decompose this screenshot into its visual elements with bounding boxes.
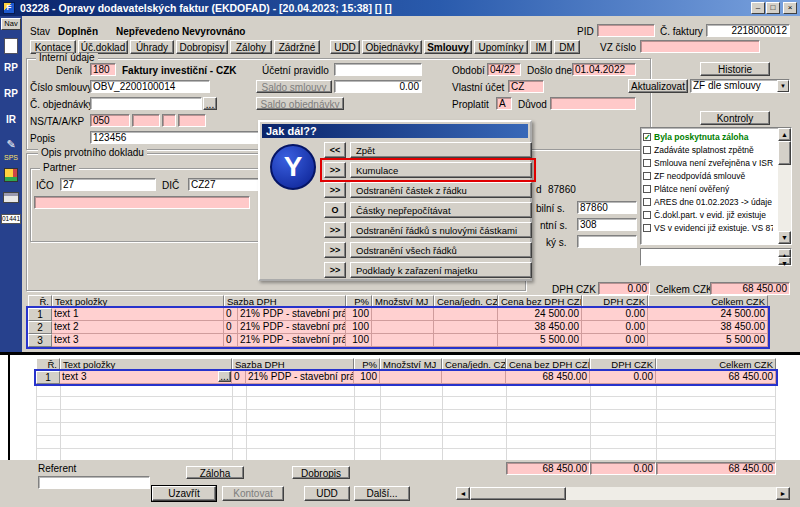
doc-icon[interactable] — [4, 38, 18, 54]
cell-rate-name[interactable]: 21% PDP - stavební práce kó — [238, 334, 346, 347]
cell-vat[interactable]: 0.00 — [582, 321, 648, 334]
cell-total[interactable]: 24 500.00 — [648, 308, 768, 321]
cell-qty[interactable] — [372, 334, 434, 347]
ns-field-2[interactable] — [132, 114, 160, 127]
scroll-thumb[interactable] — [470, 487, 566, 500]
specificky-s-field[interactable] — [577, 235, 637, 248]
dialog-odstraneni-nulovych-button[interactable]: Odstranění řádků s nulovými částkami — [350, 222, 532, 238]
objednavky-button[interactable]: Objednávky — [362, 40, 422, 54]
cell-rate[interactable]: 0 — [232, 371, 246, 384]
ico-field[interactable]: 27 — [60, 178, 156, 191]
c-objednavky-field[interactable] — [90, 97, 202, 110]
cell-qty[interactable] — [372, 308, 434, 321]
dialog-cmd-icon[interactable]: >> — [324, 162, 346, 178]
partner-name-field[interactable] — [34, 196, 250, 209]
cell-p[interactable]: 100 — [346, 321, 372, 334]
cell-rate-name[interactable]: 21% PDP - stavební práce kó — [238, 321, 346, 334]
cell-vat[interactable]: 0.00 — [582, 308, 648, 321]
scroll-up-icon[interactable]: ▲ — [778, 249, 791, 257]
sidebar-item-sps[interactable]: SPS — [0, 154, 22, 161]
dialog-podklady-majetku-button[interactable]: Podklady k zařazení majetku — [350, 262, 532, 278]
h-scrollbar[interactable]: ◄ ► — [456, 487, 790, 500]
cell-rate-name[interactable]: 21% PDP - stavební práce kó — [238, 308, 346, 321]
smlouvy-button[interactable]: Smlouvy — [424, 40, 472, 54]
udd-top-button[interactable]: UDD — [330, 40, 360, 54]
dialog-cmd-icon[interactable]: >> — [324, 182, 346, 198]
sidebar-item-ir[interactable]: IR — [0, 114, 22, 125]
dobropis-button[interactable]: Dobropis — [292, 466, 350, 479]
cell-net[interactable]: 38 450.00 — [498, 321, 582, 334]
udd-button[interactable]: UDD — [304, 486, 350, 501]
cell-p[interactable]: 100 — [346, 334, 372, 347]
dialog-odstraneni-castek-button[interactable]: Odstranění částek z řádku — [350, 182, 532, 198]
cell-rate[interactable]: 0 — [224, 334, 238, 347]
cell-total[interactable]: 5 500.00 — [648, 334, 768, 347]
im-button[interactable]: IM — [530, 40, 552, 54]
scroll-up-icon[interactable]: ▲ — [778, 128, 791, 141]
dobropisy-button[interactable]: Dobropisy — [176, 40, 228, 54]
kontovat-button[interactable]: Kontovat — [222, 486, 284, 501]
sps-icon[interactable]: ✎ — [0, 138, 22, 151]
ns-field-4[interactable] — [178, 114, 206, 127]
scroll-thumb[interactable] — [778, 141, 791, 165]
zaloha-button[interactable]: Záloha — [186, 466, 244, 479]
zadrzne-button[interactable]: Zádržné — [274, 40, 320, 54]
dm-button[interactable]: DM — [554, 40, 580, 54]
saldo-smlouvy-button[interactable]: Saldo smlouvy — [256, 80, 332, 93]
denik-field[interactable]: 180 — [90, 63, 116, 76]
close-button[interactable]: × — [783, 2, 797, 14]
sidebar-item-rp2[interactable]: RP — [0, 88, 22, 99]
row-number[interactable]: 2 — [28, 321, 52, 334]
cell-net[interactable]: 24 500.00 — [498, 308, 582, 321]
doslo-dne-field[interactable]: 01.04.2022 — [572, 63, 636, 76]
ns-field-3[interactable] — [162, 114, 176, 127]
dialog-cmd-icon[interactable]: << — [324, 142, 346, 158]
dialog-castky-neprepocitavat-button[interactable]: Částky nepřepočítávat — [350, 202, 532, 218]
cell-text[interactable]: text 1 — [52, 308, 224, 321]
browse-objednavka-button[interactable]: ... — [203, 97, 217, 110]
dialog-cmd-icon[interactable]: O — [324, 202, 346, 218]
ucetni-pravidlo-field[interactable] — [334, 63, 422, 76]
scroll-right-icon[interactable]: ► — [776, 487, 790, 500]
printer-icon[interactable] — [3, 192, 19, 203]
cell-p[interactable]: 100 — [346, 308, 372, 321]
ellipsis-button[interactable]: ... — [218, 371, 231, 382]
row-number[interactable]: 1 — [28, 308, 52, 321]
dialog-zpet-button[interactable]: Zpět — [350, 142, 532, 158]
cell-vat[interactable]: 0.00 — [582, 334, 648, 347]
cell-text[interactable]: text 3 ... — [60, 371, 232, 384]
scroll-down-icon[interactable]: ▼ — [778, 231, 791, 244]
cislo-smlouvy-field[interactable]: OBV_2200100014 — [90, 80, 210, 93]
cell-total[interactable]: 38 450.00 — [648, 321, 768, 334]
row-number[interactable]: 1 — [36, 371, 60, 384]
cell-text[interactable]: text 3 — [52, 334, 224, 347]
cell-unit-price[interactable] — [434, 308, 498, 321]
checklist-scrollbar[interactable]: ▲ ▼ — [778, 128, 791, 244]
zalohy-button[interactable]: Zálohy — [230, 40, 272, 54]
cell-vat[interactable]: 0.00 — [590, 371, 656, 384]
variabilni-s-field[interactable]: 87860 — [577, 201, 637, 214]
cell-qty[interactable] — [372, 321, 434, 334]
cell-net[interactable]: 68 450.00 — [506, 371, 590, 384]
dialog-cmd-icon[interactable]: >> — [324, 222, 346, 238]
empty-rows-grid[interactable] — [36, 384, 776, 460]
dalsi-button[interactable]: Další... — [354, 486, 410, 501]
row-number[interactable]: 3 — [28, 334, 52, 347]
dialog-kumulace-button[interactable]: Kumulace — [350, 162, 532, 178]
cell-unit-price[interactable] — [434, 334, 498, 347]
ns-field-1[interactable]: 050 — [90, 114, 130, 127]
scroll-down-icon[interactable]: ▼ — [778, 257, 791, 265]
upominky-button[interactable]: Upomínky — [474, 40, 528, 54]
kontroly-button[interactable]: Kontroly — [700, 111, 770, 125]
cell-unit-price[interactable] — [442, 371, 506, 384]
uzavrit-button[interactable]: Uzavřít — [152, 486, 216, 501]
dialog-cmd-icon[interactable]: >> — [324, 262, 346, 278]
cell-p[interactable]: 100 — [354, 371, 380, 384]
referent-field[interactable] — [38, 476, 150, 489]
vlastni-ucet-field[interactable]: CZ — [508, 80, 544, 93]
cell-text[interactable]: text 2 — [52, 321, 224, 334]
duvod-field[interactable] — [550, 97, 636, 110]
maximize-button[interactable]: □ — [766, 2, 780, 14]
cell-net[interactable]: 5 500.00 — [498, 334, 582, 347]
proplatit-field[interactable]: A — [496, 97, 512, 110]
